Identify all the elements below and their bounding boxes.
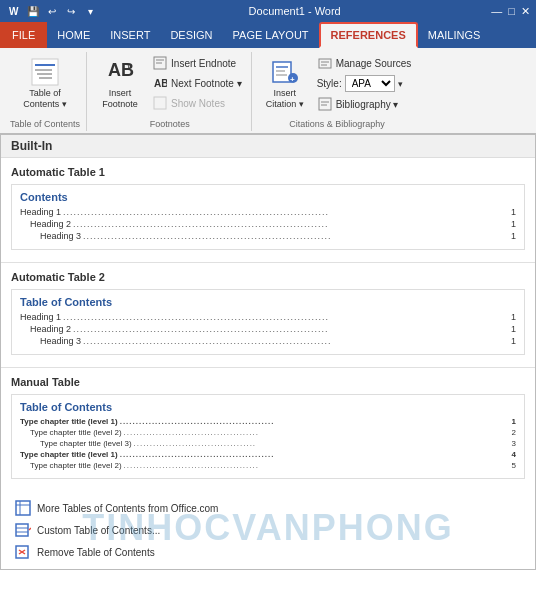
automatic-table-2-preview: Table of Contents Heading 1.............…: [11, 289, 525, 355]
mt-line-5: Type chapter title (level 2)............…: [20, 461, 516, 470]
mt-line-3: Type chapter title (level 3)............…: [20, 439, 516, 448]
at2-line-3: Heading 3...............................…: [20, 336, 516, 346]
at2-line-2: Heading 2...............................…: [20, 324, 516, 334]
endnote-icon: [152, 55, 168, 71]
svg-text:1: 1: [126, 62, 131, 72]
minimize-button[interactable]: —: [491, 5, 502, 18]
next-footnote-button[interactable]: AB Next Footnote ▾: [149, 74, 245, 92]
redo-icon[interactable]: ↪: [63, 3, 79, 19]
automatic-table-2-section[interactable]: Automatic Table 2 Table of Contents Head…: [1, 263, 535, 368]
custom-table-button[interactable]: Custom Table of Contents...: [11, 519, 525, 541]
svg-text:+: +: [290, 75, 295, 84]
customize-qa-icon[interactable]: ▾: [82, 3, 98, 19]
remove-table-icon: [15, 544, 31, 560]
style-label: Style:: [317, 78, 342, 89]
mt-toc-title: Table of Contents: [20, 401, 516, 413]
insert-citation-button[interactable]: + Insert Citation ▾: [260, 54, 310, 112]
style-dropdown-arrow[interactable]: ▾: [398, 79, 403, 89]
tab-pagelayout[interactable]: PAGE LAYOUT: [223, 22, 319, 48]
table-of-contents-button[interactable]: Table of Contents ▾: [17, 54, 73, 112]
at1-line-1: Heading 1...............................…: [20, 207, 516, 217]
show-notes-icon: [152, 95, 168, 111]
insert-citation-icon: +: [269, 56, 301, 88]
bibliography-icon: [317, 96, 333, 112]
insert-footnote-button[interactable]: AB 1 Insert Footnote: [95, 54, 145, 112]
style-select[interactable]: APA MLA Chicago: [345, 75, 395, 92]
ribbon-group-citations: + Insert Citation ▾ Manage Sources Style…: [254, 52, 421, 131]
ribbon-group-toc: Table of Contents ▾ Table of Contents: [4, 52, 87, 131]
manage-sources-label: Manage Sources: [336, 58, 412, 69]
at1-toc-title: Contents: [20, 191, 516, 203]
svg-rect-13: [154, 97, 166, 109]
ribbon-group-footnotes: AB 1 Insert Footnote Insert Endnote AB: [89, 52, 252, 131]
dropdown-panel: Built-In Automatic Table 1 Contents Head…: [0, 134, 536, 570]
next-footnote-icon: AB: [152, 75, 168, 91]
show-notes-button[interactable]: Show Notes: [149, 94, 245, 112]
ribbon-content: Table of Contents ▾ Table of Contents AB…: [0, 48, 536, 134]
insert-citation-label: Insert Citation ▾: [266, 88, 304, 110]
mt-line-2: Type chapter title (level 2)............…: [20, 428, 516, 437]
footnote-options: Insert Endnote AB Next Footnote ▾ Show N…: [149, 54, 245, 112]
tab-design[interactable]: DESIGN: [160, 22, 222, 48]
svg-text:AB: AB: [154, 78, 167, 89]
automatic-table-1-section[interactable]: Automatic Table 1 Contents Heading 1....…: [1, 158, 535, 263]
custom-table-icon: [15, 522, 31, 538]
remove-table-label: Remove Table of Contents: [37, 547, 155, 558]
manual-table-section[interactable]: Manual Table Table of Contents Type chap…: [1, 368, 535, 491]
tab-mailings[interactable]: MAILINGS: [418, 22, 491, 48]
at2-toc-title: Table of Contents: [20, 296, 516, 308]
bibliography-label: Bibliography ▾: [336, 99, 399, 110]
next-footnote-label: Next Footnote ▾: [171, 78, 242, 89]
panel-header: Built-In: [1, 135, 535, 158]
svg-rect-20: [319, 59, 331, 68]
citations-group-label: Citations & Bibliography: [289, 117, 385, 129]
svg-rect-26: [16, 501, 30, 515]
undo-icon[interactable]: ↩: [44, 3, 60, 19]
manage-sources-icon: [317, 55, 333, 71]
at1-line-3: Heading 3...............................…: [20, 231, 516, 241]
tab-home[interactable]: HOME: [47, 22, 100, 48]
close-button[interactable]: ✕: [521, 5, 530, 18]
footnotes-group-label: Footnotes: [150, 117, 190, 129]
custom-table-label: Custom Table of Contents...: [37, 525, 160, 536]
automatic-table-1-title: Automatic Table 1: [11, 166, 525, 178]
automatic-table-2-title: Automatic Table 2: [11, 271, 525, 283]
manual-table-title: Manual Table: [11, 376, 525, 388]
insert-footnote-label: Insert Footnote: [102, 88, 138, 110]
ribbon-tabs: FILE HOME INSERT DESIGN PAGE LAYOUT REFE…: [0, 22, 536, 48]
citation-options: Manage Sources Style: APA MLA Chicago ▾ …: [314, 54, 415, 113]
panel-footer: More Tables of Contents from Office.com …: [1, 491, 535, 569]
save-icon[interactable]: 💾: [25, 3, 41, 19]
quick-access-toolbar: W 💾 ↩ ↪ ▾: [6, 3, 98, 19]
at2-line-1: Heading 1...............................…: [20, 312, 516, 322]
remove-table-button[interactable]: Remove Table of Contents: [11, 541, 525, 563]
svg-rect-2: [32, 59, 58, 85]
svg-text:W: W: [9, 6, 19, 17]
toc-icon: [29, 56, 61, 88]
svg-line-32: [29, 528, 31, 530]
more-tables-button[interactable]: More Tables of Contents from Office.com: [11, 497, 525, 519]
bibliography-button[interactable]: Bibliography ▾: [314, 95, 415, 113]
at1-line-2: Heading 2...............................…: [20, 219, 516, 229]
document-title: Document1 - Word: [249, 5, 341, 17]
insert-endnote-button[interactable]: Insert Endnote: [149, 54, 245, 72]
show-notes-label: Show Notes: [171, 98, 225, 109]
insert-footnote-icon: AB 1: [104, 56, 136, 88]
tab-file[interactable]: FILE: [0, 22, 47, 48]
word-logo-icon: W: [6, 3, 22, 19]
toc-button-label: Table of Contents ▾: [23, 88, 67, 110]
tab-insert[interactable]: INSERT: [100, 22, 160, 48]
style-row: Style: APA MLA Chicago ▾: [314, 74, 415, 93]
maximize-button[interactable]: □: [508, 5, 515, 18]
more-tables-label: More Tables of Contents from Office.com: [37, 503, 218, 514]
automatic-table-1-preview: Contents Heading 1......................…: [11, 184, 525, 250]
more-tables-icon: [15, 500, 31, 516]
toc-group-label: Table of Contents: [10, 117, 80, 129]
title-bar: W 💾 ↩ ↪ ▾ Document1 - Word — □ ✕: [0, 0, 536, 22]
manual-table-preview: Table of Contents Type chapter title (le…: [11, 394, 525, 479]
tab-references[interactable]: REFERENCES: [319, 22, 418, 48]
manage-sources-button[interactable]: Manage Sources: [314, 54, 415, 72]
mt-line-1: Type chapter title (level 1)............…: [20, 417, 516, 426]
mt-line-4: Type chapter title (level 1)............…: [20, 450, 516, 459]
svg-rect-29: [16, 524, 28, 536]
